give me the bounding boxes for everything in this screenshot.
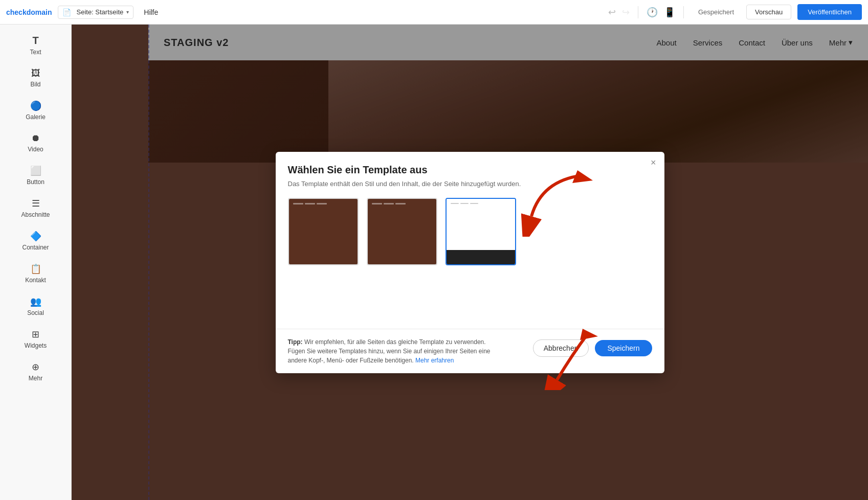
separator <box>638 6 638 18</box>
dot <box>470 203 478 204</box>
video-icon: ⏺ <box>31 133 40 144</box>
template-card-dark2[interactable] <box>367 198 437 265</box>
sidebar-item-label: Abschnitte <box>21 211 50 218</box>
template-card-dark1[interactable] <box>288 198 359 265</box>
modal-spacer <box>276 278 664 329</box>
template-dots-2 <box>372 203 406 204</box>
main-layout: T Text 🖼 Bild 🔵 Galerie ⏺ Video ⬜ Button… <box>0 25 868 500</box>
history-icon[interactable]: 🕐 <box>647 7 658 18</box>
canvas-area: STAGING v2 About Services Contact Über u… <box>72 25 868 500</box>
sidebar-item-abschnitte[interactable]: ☰ Abschnitte <box>4 193 67 223</box>
sidebar-item-text[interactable]: T Text <box>4 30 67 61</box>
modal-overlay: × Wählen Sie ein Template aus Das Templa… <box>72 25 868 500</box>
logo: checkdomain <box>6 8 52 16</box>
sidebar-item-mehr[interactable]: ⊕ Mehr <box>4 356 67 387</box>
sidebar-item-social[interactable]: 👥 Social <box>4 291 67 322</box>
separator2 <box>683 6 684 18</box>
sidebar-item-label: Container <box>22 244 49 251</box>
preview-button[interactable]: Vorschau <box>746 5 791 19</box>
modal-subtitle: Das Template enthält den Stil und den In… <box>288 180 652 188</box>
template-inner-dark1 <box>289 199 358 264</box>
sidebar-item-container[interactable]: 🔷 Container <box>4 225 67 256</box>
sections-icon: ☰ <box>32 198 40 209</box>
modal-tip: Tipp: Wir empfehlen, für alle Seiten das… <box>288 337 503 365</box>
saved-status: Gespeichert <box>692 8 740 16</box>
sidebar-item-label: Widgets <box>25 342 47 349</box>
save-button[interactable]: Speichern <box>595 340 652 356</box>
help-link[interactable]: Hilfe <box>144 8 158 16</box>
sidebar-item-label: Social <box>27 309 44 316</box>
tip-text: Wir empfehlen, für alle Seiten das gleic… <box>288 338 491 364</box>
page-icon: 📄 <box>62 8 71 16</box>
publish-button[interactable]: Veröffentlichen <box>797 4 862 20</box>
more-icon: ⊕ <box>32 361 39 373</box>
template-footer-bar <box>447 250 515 264</box>
dot <box>372 203 382 204</box>
chevron-down-icon: ▾ <box>126 9 129 15</box>
page-label: Seite: Startseite <box>76 8 123 16</box>
sidebar-item-kontakt[interactable]: 📋 Kontakt <box>4 258 67 289</box>
dot <box>293 203 303 204</box>
dot <box>451 203 459 204</box>
modal-close-button[interactable]: × <box>651 158 656 167</box>
template-inner-light <box>447 199 515 264</box>
gallery-icon: 🔵 <box>30 100 41 111</box>
modal-footer: Tipp: Wir empfehlen, für alle Seiten das… <box>276 329 664 373</box>
modal-actions: Abbrechen Speichern <box>533 339 652 357</box>
tip-link[interactable]: Mehr erfahren <box>415 357 454 364</box>
widgets-icon: ⊞ <box>32 329 39 340</box>
dot <box>384 203 394 204</box>
dot <box>395 203 406 204</box>
templates-grid: ✓ <box>276 198 664 278</box>
template-dots-1 <box>293 203 327 204</box>
redo-icon[interactable]: ↪ <box>622 7 630 18</box>
template-dots-3 <box>451 203 478 204</box>
sidebar-item-label: Kontakt <box>25 277 46 284</box>
sidebar-item-label: Mehr <box>29 375 42 382</box>
cancel-button[interactable]: Abbrechen <box>533 339 589 357</box>
modal-dialog: × Wählen Sie ein Template aus Das Templa… <box>276 152 664 373</box>
image-icon: 🖼 <box>31 68 40 79</box>
mobile-icon[interactable]: 📱 <box>664 7 675 18</box>
undo-icon[interactable]: ↩ <box>608 7 616 18</box>
sidebar-item-button[interactable]: ⬜ Button <box>4 160 67 191</box>
sidebar-item-video[interactable]: ⏺ Video <box>4 128 67 158</box>
sidebar-item-bild[interactable]: 🖼 Bild <box>4 63 67 93</box>
tip-label: Tipp: <box>288 338 303 346</box>
dot <box>305 203 315 204</box>
topbar: checkdomain 📄 Seite: Startseite ▾ Hilfe … <box>0 0 868 25</box>
sidebar-item-label: Bild <box>30 81 40 88</box>
text-icon: T <box>32 35 38 47</box>
dot <box>460 203 469 204</box>
social-icon: 👥 <box>30 296 41 307</box>
dot <box>317 203 327 204</box>
button-icon: ⬜ <box>30 165 41 176</box>
sidebar-item-widgets[interactable]: ⊞ Widgets <box>4 324 67 354</box>
modal-title: Wählen Sie ein Template aus <box>288 164 652 176</box>
modal-header: × Wählen Sie ein Template aus Das Templa… <box>276 152 664 188</box>
sidebar-item-galerie[interactable]: 🔵 Galerie <box>4 95 67 126</box>
sidebar-item-label: Galerie <box>26 113 46 121</box>
page-selector[interactable]: 📄 Seite: Startseite ▾ <box>58 6 133 19</box>
sidebar-item-label: Button <box>27 178 44 186</box>
container-icon: 🔷 <box>30 231 41 242</box>
sidebar-item-label: Video <box>28 146 43 153</box>
sidebar-item-label: Text <box>30 49 41 56</box>
template-card-light[interactable]: ✓ <box>446 198 516 265</box>
sidebar: T Text 🖼 Bild 🔵 Galerie ⏺ Video ⬜ Button… <box>0 25 72 500</box>
contact-icon: 📋 <box>30 263 41 275</box>
template-inner-dark2 <box>368 199 436 264</box>
